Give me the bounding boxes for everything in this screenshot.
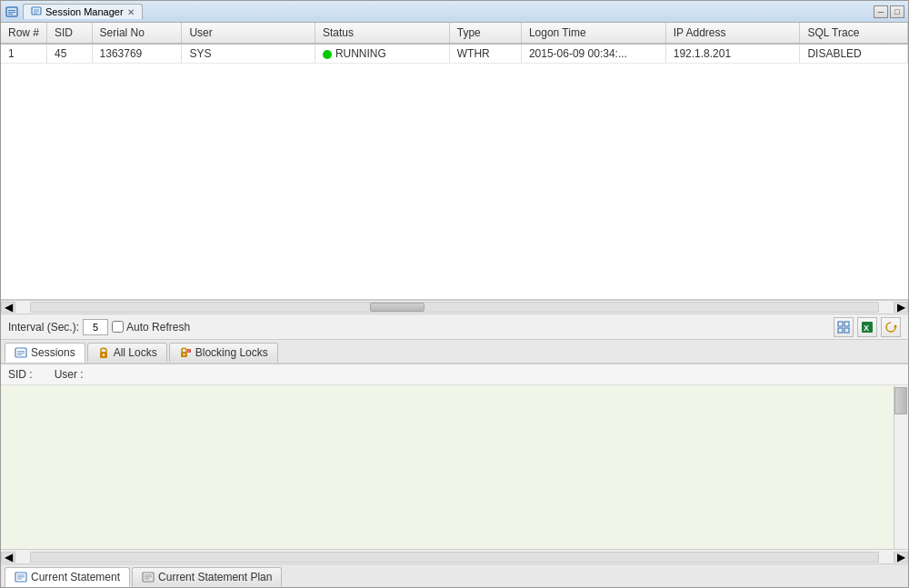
svg-marker-14 bbox=[894, 324, 897, 327]
svg-point-20 bbox=[103, 354, 105, 355]
grid-export-button[interactable] bbox=[834, 317, 854, 337]
excel-icon: X bbox=[861, 321, 874, 334]
tab-current-statement-plan[interactable]: Current Statement Plan bbox=[132, 567, 282, 587]
table-wrapper[interactable]: Row # SID Serial No User Status Type Log… bbox=[1, 23, 908, 300]
tab-current-statement-plan-label: Current Statement Plan bbox=[158, 571, 272, 583]
tab-title: Session Manager bbox=[45, 6, 124, 17]
svg-rect-5 bbox=[34, 10, 39, 11]
locks-icon bbox=[97, 346, 110, 359]
detail-vscrollbar[interactable] bbox=[894, 385, 908, 549]
col-ip: IP Address bbox=[665, 23, 800, 44]
cell-type: WTHR bbox=[449, 44, 521, 64]
detail-user-label: User : bbox=[55, 368, 84, 381]
status-dot bbox=[323, 50, 332, 59]
detail-section: SID : User : ◀ ▶ bbox=[1, 364, 908, 563]
auto-refresh-checkbox[interactable] bbox=[112, 321, 124, 333]
detail-hscroll-right-btn[interactable]: ▶ bbox=[894, 552, 908, 563]
table-hscrollbar[interactable]: ◀ ▶ bbox=[1, 300, 908, 314]
tab-sessions[interactable]: Sessions bbox=[5, 343, 85, 363]
tab-current-statement-label: Current Statement bbox=[31, 571, 120, 583]
tab-all-locks[interactable]: All Locks bbox=[87, 343, 167, 363]
detail-header: SID : User : bbox=[1, 364, 908, 385]
bottom-tab-bar: Current Statement Current Statement Plan bbox=[1, 563, 908, 587]
sessions-icon bbox=[15, 346, 27, 359]
refresh-button[interactable] bbox=[881, 317, 901, 337]
blocking-locks-icon: ! bbox=[179, 346, 192, 359]
tab-close-button[interactable]: ✕ bbox=[127, 7, 135, 17]
cell-sid: 45 bbox=[47, 44, 93, 64]
svg-rect-6 bbox=[34, 12, 39, 13]
tab-current-statement[interactable]: Current Statement bbox=[5, 567, 130, 587]
svg-rect-30 bbox=[145, 575, 152, 576]
detail-hscroll-track bbox=[30, 552, 879, 563]
svg-rect-27 bbox=[17, 577, 25, 578]
svg-rect-16 bbox=[17, 351, 25, 352]
svg-point-22 bbox=[183, 354, 185, 355]
minimize-button[interactable]: ─ bbox=[874, 5, 888, 18]
cell-sql-trace: DISABLED bbox=[800, 44, 908, 64]
interval-label: Interval (Sec.): bbox=[8, 321, 79, 334]
svg-text:X: X bbox=[864, 323, 869, 332]
refresh-icon bbox=[884, 321, 897, 334]
cell-ip: 192.1.8.201 bbox=[665, 44, 800, 64]
window-icon bbox=[5, 5, 19, 19]
svg-rect-1 bbox=[8, 10, 15, 11]
svg-rect-9 bbox=[844, 322, 849, 326]
svg-rect-26 bbox=[17, 575, 25, 576]
svg-rect-2 bbox=[8, 12, 15, 13]
table-section: Row # SID Serial No User Status Type Log… bbox=[1, 23, 908, 314]
tab-blocking-locks-label: Blocking Locks bbox=[195, 346, 268, 359]
svg-text:!: ! bbox=[188, 350, 189, 354]
sessions-tab-bar: Sessions All Locks bbox=[1, 340, 908, 364]
tab-blocking-locks[interactable]: ! Blocking Locks bbox=[169, 343, 278, 363]
svg-rect-17 bbox=[17, 353, 25, 354]
statement-icon bbox=[15, 571, 27, 583]
cell-logon-time: 2015-06-09 00:34:... bbox=[521, 44, 665, 64]
col-sql-trace: SQL Trace bbox=[800, 23, 908, 44]
detail-sid-label: SID : bbox=[8, 368, 33, 381]
svg-rect-3 bbox=[8, 14, 13, 15]
tab-all-locks-label: All Locks bbox=[114, 346, 157, 359]
svg-rect-28 bbox=[17, 579, 22, 580]
hscroll-right-btn[interactable]: ▶ bbox=[894, 302, 908, 313]
detail-hscroll-left-btn[interactable]: ◀ bbox=[1, 552, 15, 563]
tab-icon bbox=[31, 6, 42, 17]
col-status: Status bbox=[315, 23, 449, 44]
table-row[interactable]: 1451363769SYSRUNNINGWTHR2015-06-09 00:34… bbox=[1, 44, 908, 64]
header-row: Row # SID Serial No User Status Type Log… bbox=[1, 23, 908, 44]
window-controls: ─ □ bbox=[874, 5, 904, 18]
svg-rect-31 bbox=[145, 577, 152, 578]
sessions-table: Row # SID Serial No User Status Type Log… bbox=[1, 23, 908, 64]
svg-rect-18 bbox=[17, 354, 22, 355]
detail-vscrollbar-thumb[interactable] bbox=[894, 387, 907, 414]
cell-status: RUNNING bbox=[315, 44, 449, 64]
tab-sessions-label: Sessions bbox=[31, 346, 75, 359]
col-logon-time: Logon Time bbox=[521, 23, 665, 44]
title-tab[interactable]: Session Manager ✕ bbox=[23, 4, 143, 19]
col-user: User bbox=[182, 23, 315, 44]
detail-content[interactable] bbox=[1, 385, 908, 549]
excel-export-button[interactable]: X bbox=[857, 317, 877, 337]
toolbar-row: Interval (Sec.): Auto Refresh bbox=[1, 314, 908, 340]
hscroll-left-btn[interactable]: ◀ bbox=[1, 302, 15, 313]
col-serial: Serial No bbox=[92, 23, 182, 44]
svg-rect-10 bbox=[838, 328, 843, 333]
hscroll-thumb[interactable] bbox=[370, 303, 425, 312]
table-header: Row # SID Serial No User Status Type Log… bbox=[1, 23, 908, 44]
detail-hscrollbar[interactable]: ◀ ▶ bbox=[1, 549, 908, 563]
col-sid: SID bbox=[47, 23, 93, 44]
auto-refresh-label: Auto Refresh bbox=[126, 321, 190, 334]
auto-refresh-wrapper: Auto Refresh bbox=[112, 321, 190, 334]
main-content: Row # SID Serial No User Status Type Log… bbox=[1, 23, 908, 587]
cell-row: 1 bbox=[1, 44, 47, 64]
restore-button[interactable]: □ bbox=[890, 5, 904, 18]
interval-input[interactable] bbox=[83, 319, 108, 335]
title-bar: Session Manager ✕ ─ □ bbox=[1, 1, 908, 23]
svg-rect-7 bbox=[34, 14, 37, 15]
session-manager-window: Session Manager ✕ ─ □ Row # SID Serial N… bbox=[0, 0, 909, 588]
svg-rect-8 bbox=[838, 322, 843, 326]
grid-icon bbox=[837, 321, 850, 334]
hscroll-track bbox=[30, 302, 879, 313]
col-row: Row # bbox=[1, 23, 47, 44]
table-body: 1451363769SYSRUNNINGWTHR2015-06-09 00:34… bbox=[1, 44, 908, 64]
